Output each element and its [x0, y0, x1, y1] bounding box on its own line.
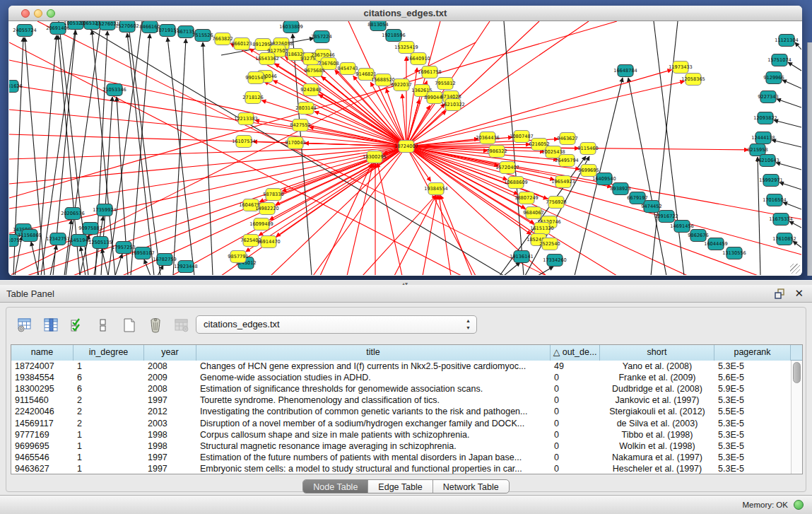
- graph-node[interactable]: 12444138: [751, 132, 775, 144]
- panel-splitter[interactable]: ▴▾: [0, 280, 812, 285]
- memory-ok-indicator[interactable]: [794, 500, 804, 510]
- table-vertical-scrollbar[interactable]: [791, 361, 802, 474]
- select-all-columns-icon[interactable]: [69, 317, 86, 334]
- graph-edge[interactable]: [772, 140, 801, 147]
- column-header-out_de[interactable]: △ out_de...: [551, 345, 600, 361]
- graph-node[interactable]: 12058365: [681, 74, 705, 86]
- graph-node[interactable]: 8660123: [231, 38, 252, 50]
- table-row[interactable]: 911546021997Tourette syndrome. Phenomeno…: [11, 395, 791, 406]
- graph-edge[interactable]: [167, 37, 194, 275]
- column-header-name[interactable]: name: [11, 345, 73, 361]
- graph-node[interactable]: 9227343: [758, 91, 778, 103]
- show-columns-icon[interactable]: [42, 317, 59, 334]
- graph-edge[interactable]: [504, 262, 520, 275]
- graph-edge[interactable]: [538, 267, 553, 275]
- window-resize-grip[interactable]: [790, 264, 800, 274]
- graph-node[interactable]: 15992971: [759, 175, 783, 187]
- graph-edge[interactable]: [774, 120, 801, 127]
- scrollbar-thumb[interactable]: [793, 362, 801, 383]
- graph-node[interactable]: 2803144: [295, 103, 316, 115]
- graph-edge[interactable]: [758, 157, 760, 275]
- graph-node[interactable]: 15270602: [115, 21, 139, 33]
- graph-node[interactable]: 17610852: [772, 233, 796, 245]
- table-row[interactable]: 969969511998Structural magnetic resonanc…: [11, 440, 791, 452]
- graph-node[interactable]: 2718126: [242, 92, 263, 104]
- graph-node[interactable]: 8813054: [367, 21, 388, 31]
- close-panel-icon[interactable]: ✕: [794, 287, 804, 300]
- graph-node[interactable]: 9242848: [300, 84, 321, 96]
- graph-node[interactable]: 8427552: [290, 119, 310, 132]
- graph-edge[interactable]: [406, 146, 801, 255]
- graph-node[interactable]: 7756928: [546, 197, 566, 209]
- graph-edge[interactable]: [651, 21, 678, 275]
- graph-edge[interactable]: [276, 146, 406, 237]
- graph-node[interactable]: 9474452: [641, 201, 661, 213]
- graph-node[interactable]: 9463627: [557, 133, 577, 145]
- graph-node[interactable]: 11675334: [769, 214, 793, 226]
- graph-edge[interactable]: [789, 221, 801, 228]
- graph-node[interactable]: 5878330: [263, 189, 283, 201]
- graph-node[interactable]: 9699695: [578, 165, 599, 177]
- graph-edge[interactable]: [115, 254, 122, 275]
- network-window[interactable]: citations_edges.txt 18724007240557242069…: [8, 6, 802, 276]
- graph-node[interactable]: 7515526: [192, 30, 213, 42]
- graph-node[interactable]: 15751074: [767, 54, 792, 66]
- graph-edge[interactable]: [776, 163, 801, 170]
- graph-edge[interactable]: [654, 21, 684, 275]
- graph-node[interactable]: 19384554: [424, 183, 448, 195]
- graph-edge[interactable]: [793, 241, 801, 247]
- create-column-icon[interactable]: [121, 317, 138, 334]
- graph-node[interactable]: 12093822: [753, 112, 777, 124]
- graph-node[interactable]: 7663822: [212, 33, 233, 45]
- graph-node[interactable]: 14691456: [670, 221, 694, 233]
- tab-edge-table[interactable]: Edge Table: [368, 480, 433, 493]
- column-header-pagerank[interactable]: pagerank: [714, 345, 791, 361]
- graph-edge[interactable]: [406, 21, 589, 146]
- graph-node[interactable]: 8454743: [337, 63, 358, 75]
- graph-node[interactable]: 9115460: [577, 143, 598, 155]
- table-row[interactable]: 977716911998Corpus callosum shape and si…: [11, 429, 791, 440]
- column-header-short[interactable]: short: [600, 345, 714, 361]
- table-row[interactable]: 946554611997Estimation of the future num…: [11, 452, 791, 463]
- unselect-all-columns-icon[interactable]: [95, 317, 112, 334]
- graph-node[interactable]: 9170043: [285, 137, 305, 149]
- graph-node[interactable]: 6922037: [391, 79, 411, 91]
- column-header-year[interactable]: year: [144, 345, 196, 361]
- graph-node[interactable]: 20531626: [9, 81, 23, 93]
- table-row[interactable]: 1830029562008Estimation of significance …: [11, 383, 791, 395]
- table-mode-icon[interactable]: [16, 317, 33, 334]
- graph-edge[interactable]: [782, 80, 801, 88]
- graph-node[interactable]: 16044459: [704, 238, 728, 250]
- network-window-titlebar[interactable]: citations_edges.txt: [8, 6, 802, 21]
- graph-edge[interactable]: [795, 42, 801, 49]
- graph-edge[interactable]: [779, 182, 801, 189]
- graph-node[interactable]: 16961758: [418, 66, 442, 78]
- graph-node[interactable]: 21053346: [102, 84, 126, 96]
- table-row[interactable]: 2242004622012Investigating the contribut…: [11, 406, 791, 417]
- graph-edge[interactable]: [173, 39, 186, 275]
- graph-node[interactable]: 16782759: [153, 254, 177, 266]
- graph-node[interactable]: 7857224: [311, 31, 331, 43]
- graph-node[interactable]: 16648784: [613, 65, 637, 77]
- graph-node[interactable]: 19218596: [382, 30, 406, 42]
- graph-edge[interactable]: [128, 21, 160, 275]
- column-header-in_degree[interactable]: in_degree: [73, 345, 144, 361]
- graph-nodes[interactable]: 1872400724055724206914061005323710653237…: [9, 21, 799, 273]
- graph-node[interactable]: 7986322: [486, 146, 507, 158]
- table-row[interactable]: 946362711997Embryonic stem cells: a mode…: [11, 463, 791, 474]
- column-header-title[interactable]: title: [196, 345, 551, 361]
- graph-node[interactable]: 2522540: [539, 238, 560, 250]
- graph-edge[interactable]: [9, 85, 406, 146]
- tab-network-table[interactable]: Network Table: [433, 480, 509, 493]
- table-row[interactable]: 1456911722003Disruption of a novel membe…: [11, 417, 791, 428]
- table-row[interactable]: 1938455462009Genome-wide association stu…: [11, 372, 791, 383]
- graph-edge[interactable]: [783, 202, 801, 209]
- graph-node[interactable]: 19654923: [551, 176, 575, 188]
- graph-edge[interactable]: [377, 163, 402, 275]
- network-select-dropdown[interactable]: citations_edges.txt ▲▼: [196, 315, 477, 334]
- float-panel-icon[interactable]: [775, 288, 785, 299]
- graph-node[interactable]: 16033809: [279, 21, 303, 33]
- graph-node[interactable]: 11121304: [775, 35, 799, 47]
- graph-node[interactable]: 10688609: [504, 177, 528, 189]
- graph-node[interactable]: 12505135: [88, 237, 112, 249]
